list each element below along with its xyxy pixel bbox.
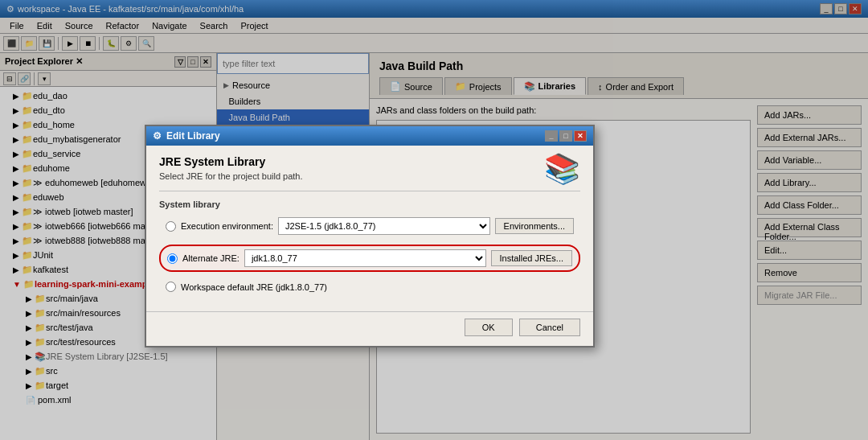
dialog-overlay: ⚙ Edit Library _ □ ✕ JRE System Library …	[0, 0, 868, 440]
dialog-divider	[159, 191, 580, 191]
cancel-button[interactable]: Cancel	[519, 319, 580, 336]
workspace-default-row: Workspace default JRE (jdk1.8.0_77)	[159, 278, 580, 295]
dialog-title-left: ⚙ Edit Library	[153, 130, 220, 142]
dialog-title-text: Edit Library	[166, 130, 220, 142]
dialog-section-label: System library	[159, 199, 580, 209]
workspace-default-radio[interactable]	[166, 282, 176, 292]
dialog-title-controls: _ □ ✕	[545, 130, 587, 142]
dialog-minimize-btn[interactable]: _	[545, 130, 558, 142]
execution-env-radio[interactable]	[166, 221, 176, 232]
edit-library-dialog: ⚙ Edit Library _ □ ✕ JRE System Library …	[145, 125, 595, 347]
ok-button[interactable]: OK	[465, 319, 513, 336]
environments-button[interactable]: Environments...	[495, 218, 574, 234]
dialog-books-icon: 📚	[544, 152, 580, 186]
dialog-title-bar: ⚙ Edit Library _ □ ✕	[146, 126, 593, 146]
dialog-content: JRE System Library Select JRE for the pr…	[146, 146, 593, 311]
installed-jres-button[interactable]: Installed JREs...	[491, 250, 572, 266]
dialog-footer: OK Cancel	[146, 311, 593, 346]
dialog-subtext: Select JRE for the project build path.	[159, 171, 580, 181]
workspace-default-label: Workspace default JRE (jdk1.8.0_77)	[181, 282, 327, 292]
execution-env-label: Execution environment:	[181, 221, 273, 231]
dialog-heading: JRE System Library	[159, 155, 580, 168]
alternate-jre-label: Alternate JRE:	[182, 253, 240, 263]
execution-env-select[interactable]: J2SE-1.5 (jdk1.8.0_77)	[278, 217, 490, 235]
dialog-icon: ⚙	[153, 130, 162, 142]
alternate-jre-radio[interactable]	[167, 253, 178, 264]
alternate-jre-select[interactable]: jdk1.8.0_77	[244, 249, 486, 267]
alternate-jre-row: Alternate JRE: jdk1.8.0_77 Installed JRE…	[159, 245, 580, 272]
dialog-maximize-btn[interactable]: □	[559, 130, 572, 142]
dialog-close-btn[interactable]: ✕	[574, 130, 587, 142]
execution-env-row: Execution environment: J2SE-1.5 (jdk1.8.…	[159, 214, 580, 238]
